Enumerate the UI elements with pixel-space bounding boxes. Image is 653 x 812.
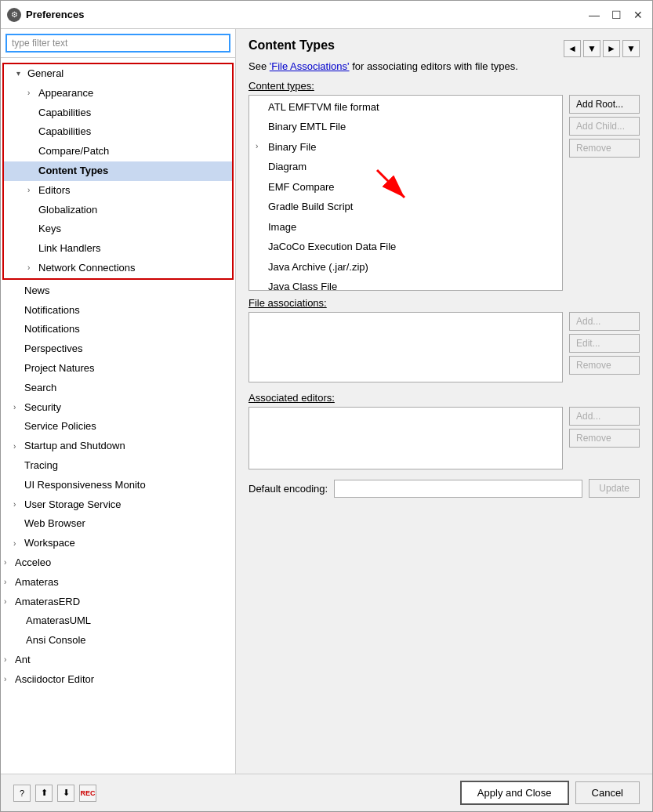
cancel-button[interactable]: Cancel [575, 781, 640, 804]
minimize-button[interactable]: — [586, 7, 602, 23]
title-bar: ⚙ Preferences — ☐ ✕ [1, 1, 652, 29]
list-item-image[interactable]: Image [249, 217, 562, 237]
tree-item-service-policies[interactable]: Service Policies [1, 417, 235, 437]
apply-close-button[interactable]: Apply and Close [460, 781, 569, 805]
list-item-diagram[interactable]: Diagram [249, 157, 562, 176]
tree-label-user-storage: User Storage Service [24, 497, 122, 513]
encoding-input[interactable] [334, 480, 582, 498]
list-item-gradle[interactable]: Gradle Build Script [249, 197, 562, 216]
tree-label-capabilities2: Capabilities [38, 124, 91, 140]
label-emf-compare: EMF Compare [268, 179, 335, 195]
assoc-editors-list[interactable] [249, 407, 563, 469]
list-item-java-class[interactable]: Java Class File [249, 277, 562, 291]
tree-label-globalization: Globalization [38, 202, 97, 219]
expand-arrow-general [16, 67, 27, 80]
tree-item-ant[interactable]: Ant [1, 651, 235, 670]
tree-label-asciidoctor: Asciidoctor Editor [15, 672, 94, 688]
tree-item-startup-shutdown[interactable]: Startup and Shutdown [1, 437, 235, 456]
list-item-binary-emtl[interactable]: Binary EMTL File [249, 117, 562, 136]
tree-item-compare-patch[interactable]: Compare/Patch [4, 142, 232, 161]
tree-item-web-browser[interactable]: Web Browser [1, 514, 235, 534]
tree-item-asciidoctor[interactable]: Asciidoctor Editor [1, 670, 235, 690]
tree-item-amaterasuml[interactable]: AmaterasUML [1, 611, 235, 631]
nav-forward-down-button[interactable]: ▼ [622, 40, 640, 57]
file-assoc-list[interactable] [249, 312, 563, 382]
list-item-emf-compare[interactable]: EMF Compare [249, 177, 562, 197]
update-button[interactable]: Update [589, 479, 640, 498]
tree-label-news: News [24, 283, 50, 299]
remove-button[interactable]: Remove [569, 139, 640, 158]
tree-label-editors: Editors [38, 183, 70, 199]
assoc-editors-buttons: Add... Remove [569, 407, 640, 469]
tree-item-amateras[interactable]: Amateras [1, 573, 235, 593]
tree-item-user-storage[interactable]: User Storage Service [1, 495, 235, 515]
tree-item-project-natures[interactable]: Project Natures [1, 359, 235, 379]
add-file-assoc-button[interactable]: Add... [569, 312, 640, 331]
label-gradle: Gradle Build Script [268, 198, 353, 215]
list-item-jacoco[interactable]: JaCoCo Execution Data File [249, 237, 562, 256]
list-item-atl[interactable]: ATL EMFTVM file format [249, 97, 562, 117]
tree-item-ui-responsiveness[interactable]: UI Responsiveness Monito [1, 476, 235, 495]
edit-file-assoc-button[interactable]: Edit... [569, 334, 640, 353]
nav-forward-button[interactable]: ► [603, 40, 620, 57]
content-types-list[interactable]: ATL EMFTVM file format Binary EMTL File … [249, 95, 563, 291]
tree-item-notifications2[interactable]: Notifications [1, 320, 235, 339]
tree-item-perspectives[interactable]: Perspectives [1, 339, 235, 359]
tree-item-link-handlers[interactable]: Link Handlers [4, 239, 232, 259]
filter-box [1, 29, 235, 58]
tree-label-project-natures: Project Natures [24, 361, 95, 377]
tree-label-amaterasuml: AmaterasUML [26, 613, 91, 629]
import-preferences-icon[interactable]: ⬇ [57, 785, 74, 802]
right-panel: Content Types ◄ ▼ ► ▼ See 'File Associat… [236, 29, 652, 774]
record-icon[interactable]: REC [79, 785, 96, 802]
tree-item-ansi-console[interactable]: Ansi Console [1, 631, 235, 651]
tree-item-notifications1[interactable]: Notifications [1, 301, 235, 321]
file-assoc-row: Add... Edit... Remove [249, 312, 640, 382]
tree-item-keys[interactable]: Keys [4, 219, 232, 239]
preferences-window: ⚙ Preferences — ☐ ✕ General [0, 0, 653, 812]
tree-label-service-policies: Service Policies [24, 419, 96, 435]
tree-item-acceleo[interactable]: Acceleo [1, 553, 235, 573]
content-types-row: ATL EMFTVM file format Binary EMTL File … [249, 95, 640, 291]
expand-arrow-asciidoctor [4, 673, 15, 686]
tree-item-capabilities1[interactable]: Capabilities [4, 103, 232, 123]
tree-label-amateraserd: AmaterasERD [15, 594, 80, 611]
tree-item-network-connections[interactable]: Network Connections [4, 259, 232, 278]
expander-diagram [256, 161, 265, 174]
tree-item-workspace[interactable]: Workspace [1, 534, 235, 553]
tree-item-capabilities2[interactable]: Capabilities [4, 122, 232, 142]
tree-item-search[interactable]: Search [1, 379, 235, 398]
tree-label-notifications1: Notifications [24, 303, 80, 319]
expand-arrow-user-storage [13, 498, 24, 511]
label-image: Image [268, 219, 296, 235]
list-item-java-archive[interactable]: Java Archive (.jar/.zip) [249, 257, 562, 277]
tree-item-tracing[interactable]: Tracing [1, 456, 235, 476]
nav-back-button[interactable]: ◄ [564, 40, 581, 57]
tree-item-globalization[interactable]: Globalization [4, 201, 232, 220]
help-icon[interactable]: ? [13, 785, 31, 802]
remove-editor-button[interactable]: Remove [569, 429, 640, 448]
add-child-button[interactable]: Add Child... [569, 117, 640, 136]
remove-file-assoc-button[interactable]: Remove [569, 356, 640, 375]
tree-item-security[interactable]: Security [1, 398, 235, 418]
tree-label-general: General [27, 66, 63, 82]
tree-label-tracing: Tracing [24, 458, 58, 474]
maximize-button[interactable]: ☐ [608, 7, 624, 23]
filter-input[interactable] [5, 34, 230, 53]
tree-item-news[interactable]: News [1, 281, 235, 301]
tree-item-appearance[interactable]: Appearance [4, 84, 232, 103]
expand-arrow-amateraserd [4, 596, 15, 608]
list-item-binary-file[interactable]: › Binary File [249, 137, 562, 157]
add-editor-button[interactable]: Add... [569, 407, 640, 426]
tree-item-general[interactable]: General [4, 64, 232, 84]
tree-item-editors[interactable]: Editors [4, 181, 232, 201]
add-root-button[interactable]: Add Root... [569, 95, 640, 114]
window-controls: — ☐ ✕ [586, 7, 646, 23]
tree-item-amateraserd[interactable]: AmaterasERD [1, 593, 235, 612]
nav-back-down-button[interactable]: ▼ [583, 40, 600, 57]
file-associations-link[interactable]: 'File Associations' [270, 60, 350, 72]
tree-item-content-types[interactable]: Content Types [4, 161, 232, 181]
export-preferences-icon[interactable]: ⬆ [35, 785, 53, 802]
close-button[interactable]: ✕ [630, 7, 646, 23]
label-binary-file: Binary File [268, 139, 316, 155]
